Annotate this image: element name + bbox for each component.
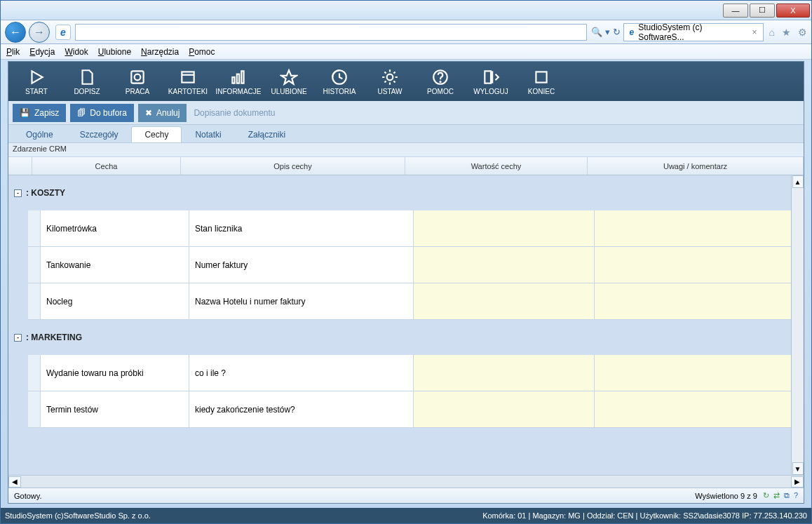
row-selector[interactable] [28,391,41,427]
tab-notatki[interactable]: Notatki [182,126,234,142]
svg-rect-5 [237,74,239,83]
cell-wartosc[interactable] [414,391,595,427]
home-icon[interactable]: ⌂ [769,27,775,38]
vertical-scrollbar[interactable]: ▲ ▼ [791,175,804,475]
ribbon-label: INFORMACJE [216,88,262,95]
scroll-track[interactable] [21,476,791,488]
group-header[interactable]: -: MARKETING [8,320,804,355]
ribbon-dopisz[interactable]: DOPISZ [62,62,112,101]
refresh-grid-icon[interactable]: ↻ [763,491,769,500]
browser-window: — ☐ X ← → e 🔍 ▾ ↻ e StudioSystem (c) Sof… [0,0,812,524]
row-selector[interactable] [28,210,41,246]
ribbon-pomoc[interactable]: POMOC [415,62,466,101]
scroll-left-icon[interactable]: ◀ [8,476,21,488]
ie-logo-icon: e [55,25,71,40]
table-row[interactable]: KilometrówkaStan licznika [28,210,804,247]
row-selector[interactable] [28,355,41,391]
cell-wartosc[interactable] [414,247,595,283]
export-icon[interactable]: ⇄ [773,491,780,500]
horizontal-scrollbar[interactable]: ◀ ▶ [8,475,804,488]
close-button[interactable]: X [776,4,810,18]
menu-plik[interactable]: Plik [6,47,20,57]
footer-left: StudioSystem (c)SoftwareStudio Sp. z o.o… [5,511,151,520]
ribbon-historia[interactable]: HISTORIA [314,62,365,101]
gear-icon [379,68,400,86]
ribbon-wyloguj[interactable]: WYLOGUJ [466,62,516,101]
ribbon-koniec[interactable]: KONIEC [516,62,567,101]
collapse-icon[interactable]: - [14,334,22,342]
grid-header-cecha[interactable]: Cecha [32,157,181,175]
buffer-button[interactable]: 🗐 Do bufora [70,104,134,122]
row-selector[interactable] [28,283,41,319]
grid-header-uwagi[interactable]: Uwagi / komentarz [588,157,804,175]
ribbon-start[interactable]: START [11,62,62,101]
ribbon-ulubione[interactable]: ULUBIONE [264,62,314,101]
ribbon-label: HISTORIA [323,88,356,95]
grid-body: -: KOSZTYKilometrówkaStan licznikaTankow… [8,175,804,475]
ribbon-kartoteki[interactable]: KARTOTEKI [163,62,213,101]
filter-icon[interactable]: ⧉ [784,491,790,500]
cell-opis: Nazwa Hotelu i numer faktury [189,283,414,319]
search-icon[interactable]: 🔍 [591,27,602,37]
menu-ulubione[interactable]: Ulubione [98,47,131,57]
window-titlebar: — ☐ X [1,1,811,20]
ribbon-label: DOPISZ [74,88,100,95]
minimize-button[interactable]: — [723,4,748,18]
cell-wartosc[interactable] [414,355,595,391]
grid-header-wartosc[interactable]: Wartość cechy [405,157,588,175]
table-row[interactable]: TankowanieNumer faktury [28,247,804,283]
menu-widok[interactable]: Widok [65,47,88,57]
cell-uwagi[interactable] [595,283,804,319]
cell-cecha: Tankowanie [41,247,189,283]
help-grid-icon[interactable]: ? [794,491,798,500]
doc-icon [76,68,97,86]
back-button[interactable]: ← [5,22,26,43]
grid-status-icons: ↻ ⇄ ⧉ ? [763,491,798,500]
ribbon-informacje[interactable]: INFORMACJE [213,62,264,101]
cell-uwagi[interactable] [595,391,804,427]
grid-status-bar: Gotowy. Wyświetlono 9 z 9 ↻ ⇄ ⧉ ? [8,488,804,503]
menu-edycja[interactable]: Edycja [29,47,55,57]
browser-tab[interactable]: e StudioSystem (c) SoftwareS... × [623,23,764,41]
ribbon-ustaw[interactable]: USTAW [365,62,415,101]
cell-wartosc[interactable] [414,283,595,319]
tab-cechy[interactable]: Cechy [131,126,182,142]
table-row[interactable]: NoclegNazwa Hotelu i numer faktury [28,283,804,320]
favorites-icon[interactable]: ★ [782,27,791,38]
save-button[interactable]: 💾 Zapisz [13,104,66,122]
address-bar[interactable] [75,24,587,41]
menu-narzędzia[interactable]: Narzędzia [141,47,179,57]
scroll-up-icon[interactable]: ▲ [792,175,804,188]
cancel-button[interactable]: ✖ Anuluj [138,104,187,122]
tab-close-icon[interactable]: × [752,27,757,37]
menu-pomoc[interactable]: Pomoc [189,47,215,57]
cell-uwagi[interactable] [595,355,804,391]
ribbon-label: KONIEC [528,88,555,95]
tools-icon[interactable]: ⚙ [798,27,807,38]
cell-uwagi[interactable] [595,247,804,283]
cell-opis: Stan licznika [189,210,414,246]
dropdown-icon[interactable]: ▾ [605,27,610,37]
table-row[interactable]: Termin testówkiedy zakończenie testów? [28,391,804,428]
browser-chrome-icons: ⌂ ★ ⚙ [769,27,807,38]
tab-załączniki[interactable]: Załączniki [235,126,299,142]
group-header[interactable]: -: KOSZTY [8,175,804,210]
scroll-down-icon[interactable]: ▼ [792,462,804,475]
dash-icon [127,68,148,86]
table-row[interactable]: Wydanie towaru na próbkico i ile ? [28,355,804,391]
cell-uwagi[interactable] [595,210,804,246]
grid-header-opis[interactable]: Opis cechy [181,157,405,175]
cell-wartosc[interactable] [414,210,595,246]
tab-ogólne[interactable]: Ogólne [13,126,67,142]
svg-rect-12 [536,72,546,82]
tab-szczegóły[interactable]: Szczegóły [67,126,132,142]
scroll-right-icon[interactable]: ▶ [791,476,804,488]
refresh-icon[interactable]: ↻ [613,27,621,37]
cell-cecha: Kilometrówka [41,210,189,246]
app-content: STARTDOPISZPRACAKARTOTEKIINFORMACJEULUBI… [8,61,804,504]
ribbon-praca[interactable]: PRACA [112,62,163,101]
row-selector[interactable] [28,247,41,283]
forward-button[interactable]: → [29,22,50,43]
collapse-icon[interactable]: - [14,189,22,197]
maximize-button[interactable]: ☐ [750,4,775,18]
